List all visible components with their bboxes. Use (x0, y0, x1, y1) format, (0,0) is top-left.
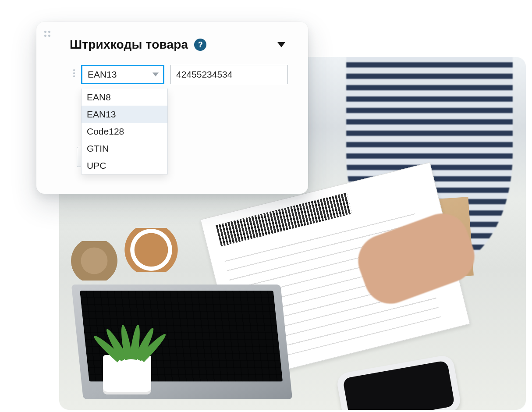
barcode-value-input[interactable] (170, 65, 288, 84)
packing-tape-roll (121, 228, 182, 272)
barcode-type-dropdown: EAN8 EAN13 Code128 GTIN UPC (81, 89, 168, 174)
card-title: Штрихкоды товара (70, 38, 188, 52)
collapse-caret-icon[interactable] (277, 42, 285, 47)
barcode-type-option[interactable]: EAN13 (82, 106, 167, 123)
potted-plant (85, 302, 164, 394)
barcodes-card: Штрихкоды товара ? EAN13 EAN8 EAN13 Code… (36, 22, 308, 194)
smartphone (336, 354, 462, 410)
barcode-type-select[interactable]: EAN13 (81, 65, 164, 84)
row-drag-handle-icon[interactable] (71, 65, 78, 77)
barcode-row: EAN13 (81, 65, 288, 84)
drag-handle-icon[interactable] (44, 31, 50, 37)
help-icon[interactable]: ? (194, 39, 206, 51)
twine-ball (68, 241, 121, 281)
barcode-type-option[interactable]: Code128 (82, 123, 167, 140)
card-header: Штрихкоды товара ? (70, 38, 288, 52)
barcode-type-option[interactable]: GTIN (82, 140, 167, 157)
barcode-type-option[interactable]: UPC (82, 157, 167, 174)
barcode-type-option[interactable]: EAN8 (82, 89, 167, 106)
chevron-down-icon (153, 73, 159, 77)
barcode-type-selected-value: EAN13 (88, 69, 117, 80)
